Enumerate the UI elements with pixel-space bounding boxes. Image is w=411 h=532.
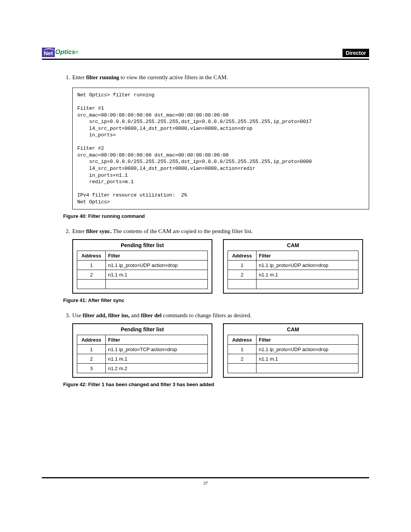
cell-addr [77, 280, 106, 289]
step-3-post: commands to change filters as desired. [162, 312, 252, 318]
th-filter: Filter [106, 251, 208, 260]
cell-filter: n1.1 m.1 [106, 354, 208, 364]
table-row: 2n1.1 m.1 [77, 270, 208, 280]
table-row: 1n1.1 ip_proto=UDP action=drop [228, 260, 358, 270]
cell-filter: n1.1 ip_proto=UDP action=drop [256, 345, 358, 354]
figure-41-caption: Figure 41: After filter sync [63, 297, 369, 303]
table-row: 2n1.1 m.1 [228, 354, 358, 364]
cell-addr: 3 [77, 364, 106, 373]
cell-addr: 2 [228, 270, 256, 280]
cell-addr [228, 364, 256, 373]
step-1: 1. Enter filter running to view the curr… [63, 74, 369, 81]
cell-filter [256, 364, 358, 373]
brand-logo: Net Optics ® [42, 47, 78, 57]
table-cam-42-title: CAM [228, 326, 358, 335]
cell-addr: 1 [77, 260, 106, 270]
table-row: 2n1.1 m.1 [228, 270, 358, 280]
step-1-post: to view the currently active filters in … [119, 74, 228, 80]
table-pending-41: Pending filter list Address Filter 1n1.1… [72, 239, 212, 294]
table-row: 1n1.1 ip_proto=UDP action=drop [77, 260, 208, 270]
step-3-mid: and [130, 312, 141, 318]
cell-filter: n1.2 m.2 [106, 364, 208, 373]
table-pending-41-title: Pending filter list [77, 241, 208, 251]
table-row: 2n1.1 m.1 [77, 354, 208, 364]
step-1-bold: filter running [86, 74, 119, 80]
step-2-bold: filter sync. [86, 228, 112, 234]
step-2-number: 2. [63, 228, 70, 235]
th-address: Address [228, 335, 256, 345]
th-filter: Filter [256, 335, 358, 345]
cell-addr: 2 [77, 354, 106, 364]
figure-42-caption: Figure 42: Filter 1 has been changed and… [63, 382, 369, 387]
code-output: Net Optics> filter running Filter #1 src… [72, 88, 369, 209]
th-address: Address [77, 335, 106, 345]
table-pending-41-grid: Address Filter 1n1.1 ip_proto=UDP action… [77, 251, 208, 289]
cell-filter [106, 280, 208, 289]
cell-filter: n1.1 m.1 [106, 270, 208, 280]
logo-net: Net [42, 48, 55, 57]
step-3: 3. Use filter add, filter ins, and filte… [63, 312, 369, 319]
step-1-pre: Enter [72, 74, 86, 80]
step-2-post: The contents of the CAM are copied to th… [112, 228, 253, 234]
cell-addr: 2 [228, 354, 256, 364]
cell-addr: 2 [77, 270, 106, 280]
cell-filter [256, 280, 358, 289]
step-1-number: 1. [63, 74, 70, 81]
figure-40-caption: Figure 40: Filter running command [63, 213, 369, 219]
page-header: Net Optics ® Director [42, 46, 369, 60]
table-cam-42: CAM Address Filter 1n1.1 ip_proto=UDP ac… [223, 323, 363, 378]
step-1-text: Enter filter running to view the current… [72, 74, 369, 81]
cell-filter: n1.1 ip_proto=TCP action=drop [106, 345, 208, 354]
logo-optics: Optics [55, 48, 75, 56]
page-number: 37 [203, 481, 208, 486]
page-footer: 37 [42, 477, 369, 486]
step-3-number: 3. [63, 312, 70, 319]
step-3-bold: filter add, filter ins, [83, 312, 130, 318]
table-row [77, 280, 208, 289]
table-cam-41-grid: Address Filter 1n1.1 ip_proto=UDP action… [228, 251, 358, 289]
table-row: 1n1.1 ip_proto=UDP action=drop [228, 345, 358, 354]
table-pending-42-grid: Address Filter 1n1.1 ip_proto=TCP action… [77, 335, 208, 373]
table-cam-41: CAM Address Filter 1n1.1 ip_proto=UDP ac… [223, 239, 363, 294]
tables-fig42: Pending filter list Address Filter 1n1.1… [72, 323, 369, 378]
table-cam-41-title: CAM [228, 241, 358, 251]
cell-addr: 1 [228, 260, 256, 270]
body-content: 1. Enter filter running to view the curr… [42, 74, 369, 387]
th-filter: Filter [106, 335, 208, 345]
th-address: Address [77, 251, 106, 260]
step-2: 2. Enter filter sync. The contents of th… [63, 228, 369, 235]
cell-addr: 1 [77, 345, 106, 354]
step-3-bold2: filter del [141, 312, 161, 318]
header-badge: Director [342, 49, 369, 57]
cell-filter: n1.1 ip_proto=UDP action=drop [106, 260, 208, 270]
table-cam-42-grid: Address Filter 1n1.1 ip_proto=UDP action… [228, 335, 358, 373]
logo-registered: ® [75, 50, 78, 54]
table-pending-42-title: Pending filter list [77, 326, 208, 335]
table-pending-42: Pending filter list Address Filter 1n1.1… [72, 323, 212, 378]
step-2-text: Enter filter sync. The contents of the C… [72, 228, 369, 235]
th-address: Address [228, 251, 256, 260]
step-3-pre: Use [72, 312, 83, 318]
page: Net Optics ® Director 1. Enter filter ru… [0, 0, 411, 532]
cell-filter: n1.1 ip_proto=UDP action=drop [256, 260, 358, 270]
step-3-text: Use filter add, filter ins, and filter d… [72, 312, 369, 319]
table-row: 1n1.1 ip_proto=TCP action=drop [77, 345, 208, 354]
cell-addr [228, 280, 256, 289]
cell-addr: 1 [228, 345, 256, 354]
table-row [228, 280, 358, 289]
table-row [228, 364, 358, 373]
table-row: 3n1.2 m.2 [77, 364, 208, 373]
cell-filter: n1.1 m.1 [256, 270, 358, 280]
cell-filter: n1.1 m.1 [256, 354, 358, 364]
step-2-pre: Enter [72, 228, 86, 234]
th-filter: Filter [256, 251, 358, 260]
tables-fig41: Pending filter list Address Filter 1n1.1… [72, 239, 369, 294]
